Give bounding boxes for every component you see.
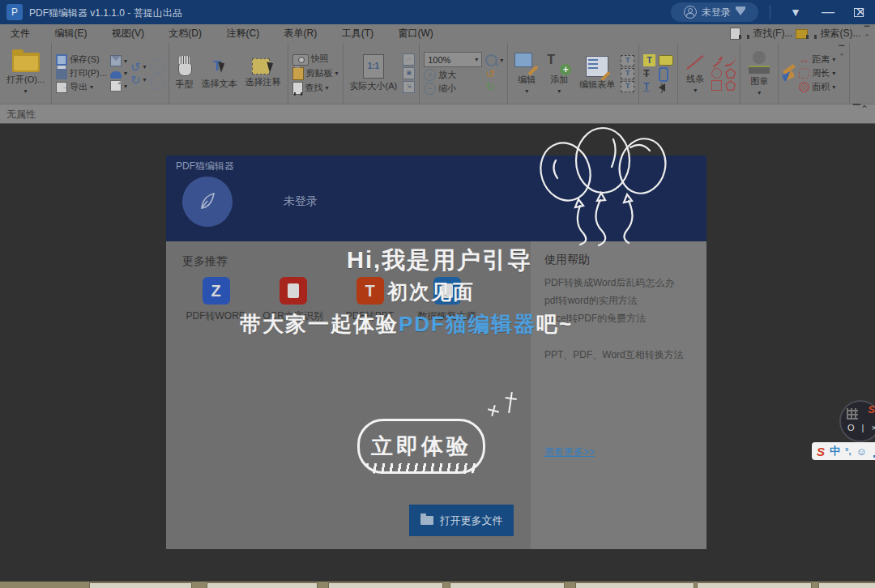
guide-line2: 初次见面 xyxy=(387,279,475,305)
redo-button[interactable]: ↻▾ xyxy=(130,75,147,86)
print-button[interactable]: 打印(P)... xyxy=(56,67,107,79)
avatar[interactable] xyxy=(182,177,233,227)
line-tool-button[interactable]: 线条▾ xyxy=(682,53,708,94)
hand-tool-button[interactable]: 手型 xyxy=(173,56,196,91)
find-button[interactable]: 查找(F)... xyxy=(753,27,792,40)
magnifier-button[interactable]: ▾ xyxy=(485,54,503,66)
save-button[interactable]: 保存(S) xyxy=(56,53,107,66)
fit-width-icon[interactable]: ⇔ xyxy=(403,53,415,66)
polygon-shape-icon[interactable] xyxy=(725,80,736,91)
fit-visible-icon[interactable]: ⇲ xyxy=(403,81,415,93)
edit-button[interactable]: 编辑▾ xyxy=(512,53,541,95)
feather-icon xyxy=(196,190,219,213)
open-more-files-button[interactable]: 打开更多文件 xyxy=(409,505,514,536)
strikethrough-icon[interactable]: T xyxy=(643,68,655,79)
search-button[interactable]: 搜索(S)... xyxy=(820,27,860,40)
fit-page-icon[interactable]: ▣ xyxy=(403,67,415,79)
open-button[interactable]: 打开(O)... ▾ xyxy=(4,53,47,95)
menu-file[interactable]: 文件 xyxy=(0,24,41,43)
help-link[interactable]: PPT、PDF、Word互相转换方法 xyxy=(544,346,698,364)
underline-icon[interactable]: T xyxy=(643,81,655,92)
ime-punctuation-toggle[interactable]: °, xyxy=(845,446,851,456)
help-link[interactable]: pdf转word的实用方法 xyxy=(544,292,698,309)
email-button[interactable]: ▾ xyxy=(110,55,127,66)
menu-form[interactable]: 表单(R) xyxy=(274,24,328,43)
taskbar-button[interactable] xyxy=(697,582,812,588)
menu-document[interactable]: 文档(D) xyxy=(158,24,212,43)
note-comment-icon[interactable] xyxy=(659,55,673,66)
ime-language-toggle[interactable]: 中 xyxy=(830,444,840,458)
forward-button[interactable]: → xyxy=(150,75,164,89)
menu-view[interactable]: 视图(V) xyxy=(101,24,155,43)
find-tool-button[interactable]: 查找▾ xyxy=(292,82,339,95)
titlebar-dropdown-icon[interactable]: ▼ xyxy=(779,0,812,24)
open-dropdown-icon[interactable]: ▾ xyxy=(24,87,28,95)
try-now-shadow xyxy=(366,463,480,474)
titlebar-login-button[interactable]: 未登录 xyxy=(671,2,758,22)
rectangle-shape-icon[interactable] xyxy=(711,80,722,91)
toolbar-group-stamp: 图章▾ xyxy=(741,43,779,104)
minimize-button[interactable]: — xyxy=(812,0,844,24)
sogou-logo-icon[interactable]: S xyxy=(817,445,825,458)
back-button[interactable]: ← xyxy=(150,58,164,73)
select-comment-button[interactable]: 选择注释 xyxy=(243,58,284,88)
guide-line1: Hi,我是用户引导 xyxy=(347,245,532,277)
pentagon-shape-icon[interactable] xyxy=(725,68,736,79)
taskbar-button[interactable] xyxy=(818,582,875,588)
edit-form-button[interactable]: 编辑表单 xyxy=(577,56,617,91)
distance-button[interactable]: ↔距离▾ xyxy=(799,53,835,66)
area-icon xyxy=(799,82,809,92)
undo-button[interactable]: ↺▾ xyxy=(130,62,147,73)
taskbar-button[interactable] xyxy=(450,582,565,588)
rotate-left-button[interactable]: ↺ xyxy=(485,68,503,79)
ime-toolbar[interactable]: S 中 °, ☺ ⌨ xyxy=(812,442,875,460)
taskbar-button[interactable] xyxy=(575,582,694,588)
add-button[interactable]: T 添加▾ xyxy=(544,53,574,95)
zoom-in-button[interactable]: +放大 xyxy=(424,69,482,81)
clipboard-button[interactable]: 剪贴板▾ xyxy=(292,67,339,80)
highlight-text-icon[interactable]: T xyxy=(643,54,655,66)
capture-controls[interactable]: O | × xyxy=(847,423,875,432)
dialog-login-label[interactable]: 未登录 xyxy=(284,194,318,209)
collapse-propbar-icon[interactable]: ▔⌃ xyxy=(853,104,869,114)
zoom-level-select[interactable]: 100%▾ xyxy=(424,52,482,67)
capture-widget[interactable]: S O | × xyxy=(839,400,875,442)
taskbar-button[interactable] xyxy=(328,582,443,588)
help-more-link[interactable]: 查看更多>> xyxy=(544,445,595,459)
text-field-tool-icon-3[interactable]: T xyxy=(621,81,634,92)
snapshot-button[interactable]: 快照 xyxy=(292,53,339,66)
hand-icon xyxy=(176,56,194,77)
menu-annotate[interactable]: 注释(C) xyxy=(216,24,270,43)
text-field-tool-icon-2[interactable]: T xyxy=(621,68,634,79)
collapse-toolbar-icon[interactable]: ▔⌃ xyxy=(839,46,845,61)
arrow-shape-icon[interactable] xyxy=(711,56,722,66)
rotate-right-button[interactable]: ↻ xyxy=(485,81,503,92)
help-link[interactable]: PDF转换成Word后乱码怎么办 xyxy=(544,274,698,292)
sound-comment-icon[interactable] xyxy=(659,83,665,92)
zoom-out-button[interactable]: −缩小 xyxy=(424,83,482,95)
oval-shape-icon[interactable] xyxy=(711,68,722,79)
export-button[interactable]: 导出▾ xyxy=(56,81,107,93)
ime-emoji-icon[interactable]: ☺ xyxy=(856,445,866,458)
text-field-tool-icon[interactable]: T xyxy=(621,55,634,66)
taskbar-button[interactable] xyxy=(89,582,192,588)
area-button[interactable]: 面积▾ xyxy=(799,81,835,93)
menu-window[interactable]: 窗口(W) xyxy=(388,24,444,43)
stamp-button[interactable]: 图章▾ xyxy=(745,51,774,96)
select-text-button[interactable]: T 选择文本 xyxy=(199,57,240,90)
menu-tools[interactable]: 工具(T) xyxy=(331,24,384,43)
polyline-shape-icon[interactable] xyxy=(725,56,736,66)
close-button[interactable]: ✕ xyxy=(846,0,875,24)
taskbar-button[interactable] xyxy=(207,582,318,588)
attachment-icon[interactable] xyxy=(659,67,668,82)
menu-edit[interactable]: 编辑(E) xyxy=(44,24,97,43)
actual-size-button[interactable]: 1:1 实际大小(A) xyxy=(348,54,400,92)
stamp-tool-button[interactable]: ▾ xyxy=(110,68,127,79)
title-bar: P PDF猫编辑器 v1.1.1.0 - 菩提山出品 未登录 ▼ — ✕ xyxy=(0,0,875,24)
toolbar-group-shapes: 线条▾ xyxy=(678,43,741,104)
collapse-menubar-icon[interactable]: ▔⌃ xyxy=(864,27,870,41)
new-doc-button[interactable]: ▾ xyxy=(110,80,127,92)
perimeter-button[interactable]: 周长▾ xyxy=(799,67,835,79)
window-title: PDF猫编辑器 v1.1.1.0 - 菩提山出品 xyxy=(29,6,182,20)
toolbar-group-open: 打开(O)... ▾ xyxy=(0,43,52,104)
